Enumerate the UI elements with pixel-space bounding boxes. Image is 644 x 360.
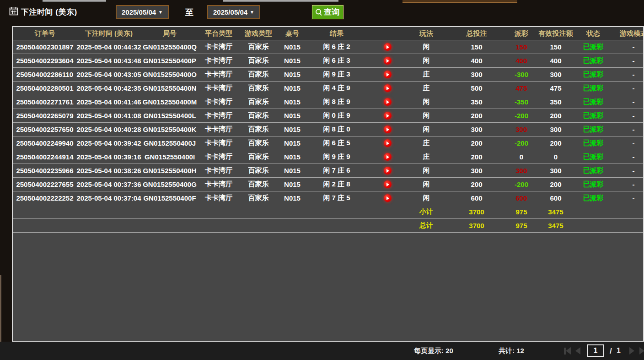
cell-result: 闲 6 庄 5 [306, 136, 367, 150]
cell-platform: 卡卡湾厅 [199, 150, 239, 164]
cell-total_bet: 300 [445, 164, 509, 177]
cutoff-element-top-left [43, 0, 106, 2]
play-video-icon[interactable] [384, 84, 392, 92]
pagination-bar: 每页显示: 20 共计: 12 / 1 [0, 342, 644, 360]
table-row[interactable]: 2505040023018972025-05-04 00:44:32GN0152… [13, 40, 643, 54]
cell-order_no: 250504002227655 [13, 178, 77, 191]
sum-cell [278, 205, 306, 218]
cell-platform: 卡卡湾厅 [199, 164, 239, 177]
page-number-input[interactable] [587, 344, 604, 357]
column-header-0: 订单号 [13, 27, 77, 40]
play-video-icon[interactable] [384, 167, 392, 175]
cell-status: 已派彩 [577, 150, 609, 164]
cell-valid_bet: 200 [534, 178, 577, 191]
cell-payout: 475 [509, 82, 534, 95]
cell-order_no: 250504002271761 [13, 95, 77, 109]
cell-bet_time: 2025-05-04 00:38:26 [77, 164, 141, 177]
play-video-icon[interactable] [384, 71, 392, 78]
next-page-button[interactable] [629, 347, 634, 355]
cell-payout: 300 [509, 164, 534, 177]
cell-status: 已派彩 [577, 178, 609, 191]
play-video-icon[interactable] [384, 43, 392, 51]
cell-mode: - [609, 150, 644, 164]
video-replay-cell [367, 54, 408, 67]
prev-page-button[interactable] [575, 347, 580, 355]
table-row[interactable]: 2505040022936042025-05-04 00:43:48GN0152… [13, 54, 643, 68]
cell-status: 已派彩 [577, 54, 609, 67]
column-header-9: 总投注 [445, 27, 509, 40]
cell-result: 闲 8 庄 0 [306, 123, 367, 136]
cell-bet_time: 2025-05-04 00:39:42 [77, 136, 141, 150]
cell-table_no: N015 [278, 40, 306, 54]
last-page-button[interactable] [639, 347, 644, 355]
play-video-icon[interactable] [384, 125, 392, 133]
play-video-icon[interactable] [384, 112, 392, 120]
sum-cell [306, 205, 367, 218]
sum-cell [77, 219, 141, 232]
cell-order_no: 250504002235966 [13, 164, 77, 177]
table-row[interactable]: 2505040022717612025-05-04 00:41:46GN0152… [13, 95, 643, 109]
table-row[interactable]: 2505040022449142025-05-04 00:39:16GN0152… [13, 150, 643, 164]
cell-bet_time: 2025-05-04 00:43:48 [77, 54, 141, 67]
cell-payout: -200 [509, 136, 534, 150]
cell-payout: 300 [509, 123, 534, 136]
cell-game_no: GN0152550400O [141, 68, 199, 81]
play-video-icon[interactable] [384, 153, 392, 161]
cell-total_bet: 300 [445, 68, 509, 81]
prev-page-icon [575, 347, 580, 355]
cell-bet_time: 2025-05-04 00:44:32 [77, 40, 141, 54]
cell-game_type: 百家乐 [239, 150, 278, 164]
cell-valid_bet: 475 [534, 82, 577, 95]
cell-game_type: 百家乐 [239, 95, 278, 109]
cell-payout: 0 [509, 150, 534, 164]
table-row[interactable]: 2505040022576502025-05-04 00:40:28GN0152… [13, 123, 643, 136]
cell-game_type: 百家乐 [239, 68, 278, 81]
cell-total_bet: 600 [445, 191, 509, 205]
table-row[interactable]: 2505040022276552025-05-04 00:37:36GN0152… [13, 178, 643, 191]
next-page-icon [629, 347, 634, 355]
play-video-icon[interactable] [384, 180, 392, 188]
table-row[interactable]: 2505040022861102025-05-04 00:43:05GN0152… [13, 68, 643, 82]
table-header-row: 订单号下注时间 (美东)局号平台类型游戏类型桌号结果玩法总投注派彩有效投注额状态… [13, 27, 643, 40]
cell-bet_time: 2025-05-04 00:39:16 [77, 150, 141, 164]
query-button[interactable]: 查询 [312, 5, 343, 19]
cell-payout: -300 [509, 68, 534, 81]
cell-platform: 卡卡湾厅 [199, 178, 239, 191]
sum-label: 小计 [408, 205, 445, 218]
video-replay-cell [367, 40, 408, 54]
cell-platform: 卡卡湾厅 [199, 68, 239, 81]
cell-valid_bet: 200 [534, 109, 577, 122]
first-page-button[interactable] [564, 347, 571, 355]
play-video-icon[interactable] [384, 139, 392, 147]
play-video-icon[interactable] [384, 194, 392, 202]
cell-game_type: 百家乐 [239, 40, 278, 54]
table-row[interactable]: 2505040022805012025-05-04 00:42:35GN0152… [13, 82, 643, 95]
cell-play: 庄 [408, 150, 445, 164]
cell-game_type: 百家乐 [239, 164, 278, 177]
cell-play: 闲 [408, 178, 445, 191]
cell-status: 已派彩 [577, 68, 609, 81]
cell-mode: - [609, 109, 644, 122]
cell-bet_time: 2025-05-04 00:41:08 [77, 109, 141, 122]
video-replay-cell [367, 123, 408, 136]
cell-order_no: 250504002244914 [13, 150, 77, 164]
cell-order_no: 250504002265079 [13, 109, 77, 122]
table-row[interactable]: 2505040022499402025-05-04 00:39:42GN0152… [13, 136, 643, 150]
column-header-2: 局号 [141, 27, 199, 40]
cell-platform: 卡卡湾厅 [199, 95, 239, 109]
cell-status: 已派彩 [577, 109, 609, 122]
cell-table_no: N015 [278, 68, 306, 81]
table-row[interactable]: 2505040022359662025-05-04 00:38:26GN0152… [13, 164, 643, 178]
cell-result: 闲 9 庄 9 [306, 150, 367, 164]
chevron-down-icon: ▼ [158, 10, 163, 15]
table-row[interactable]: 2505040022650792025-05-04 00:41:08GN0152… [13, 109, 643, 123]
date-to-select[interactable]: 2025/05/04 ▼ [207, 5, 260, 19]
cell-platform: 卡卡湾厅 [199, 109, 239, 122]
cell-result: 闲 8 庄 9 [306, 95, 367, 109]
table-row[interactable]: 2505040022222522025-05-04 00:37:04GN0152… [13, 191, 643, 205]
cell-game_type: 百家乐 [239, 54, 278, 67]
cell-game_no: GN0152550400M [141, 95, 199, 109]
play-video-icon[interactable] [384, 57, 392, 65]
date-from-select[interactable]: 2025/05/04 ▼ [116, 5, 169, 19]
play-video-icon[interactable] [384, 98, 392, 106]
